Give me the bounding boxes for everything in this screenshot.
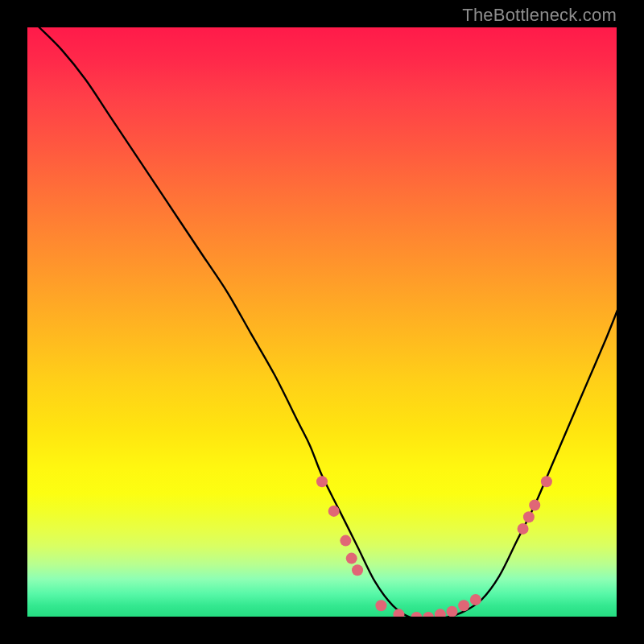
plot-area bbox=[27, 27, 617, 617]
chart-frame: TheBottleneck.com bbox=[0, 0, 644, 644]
watermark-label: TheBottleneck.com bbox=[462, 5, 617, 26]
chart-background-gradient bbox=[27, 27, 617, 617]
